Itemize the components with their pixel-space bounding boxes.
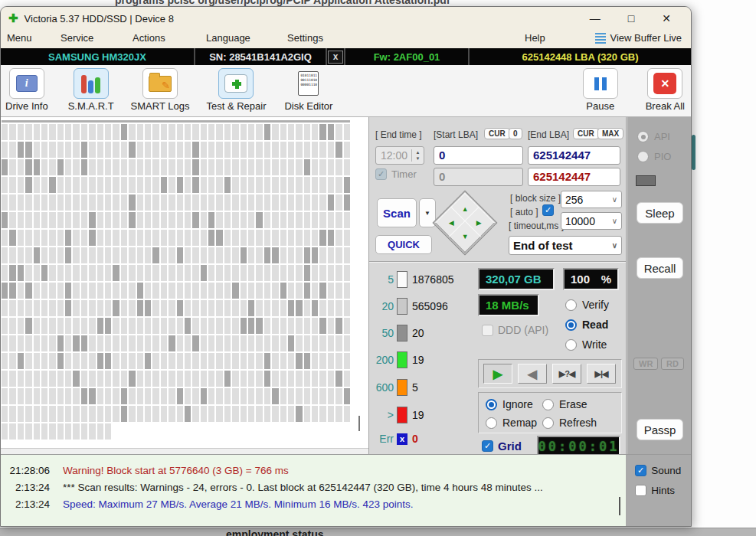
break-all-button[interactable]: ✕ Break All: [646, 68, 685, 112]
device-close-button[interactable]: x: [328, 51, 343, 64]
log-row-results: 2:13:24 *** Scan results: Warnings - 24,…: [1, 479, 626, 495]
sleep-button[interactable]: Sleep: [637, 202, 683, 224]
scan-map-cell: [319, 142, 326, 158]
scan-map-cell: [129, 406, 135, 422]
scan-map-cell: [335, 353, 342, 369]
scan-map-hscroll-track[interactable]: [1, 448, 368, 454]
scan-map-cell: [272, 212, 278, 228]
block-size-select[interactable]: 256 ∨: [561, 191, 622, 208]
disk-editor-button[interactable]: 010110110011101000001110 Disk Editor: [284, 68, 332, 112]
scan-map-cell: [49, 283, 55, 299]
wr-button[interactable]: WR: [633, 358, 658, 370]
scan-map-cell: [169, 194, 175, 211]
scan-button[interactable]: Scan: [377, 198, 417, 227]
smart-logs-button[interactable]: ✎ SMART Logs: [131, 68, 190, 112]
end-lba-label: [End LBA]: [528, 129, 569, 140]
grid-checkbox[interactable]: ✓: [482, 440, 493, 452]
scan-map-cell: [105, 159, 111, 175]
timer-checkbox-row[interactable]: ✓ Timer: [375, 168, 417, 180]
scan-map-cell: [335, 406, 342, 422]
log-scrollbar[interactable]: [619, 497, 620, 515]
hints-checkbox-row[interactable]: Hints: [635, 485, 691, 496]
end-lba-input[interactable]: 625142447: [528, 146, 620, 165]
menu-item-service[interactable]: Service: [61, 32, 93, 44]
quick-button[interactable]: QUICK: [375, 235, 432, 254]
scan-map-cell: [264, 124, 270, 140]
passp-button[interactable]: Passp: [637, 419, 683, 440]
spinner-arrows[interactable]: ▲ ▼: [411, 149, 424, 162]
menu-item-menu[interactable]: Menu: [7, 32, 32, 44]
view-buffer-live-button[interactable]: View Buffer Live: [595, 32, 682, 44]
scan-map-cell: [34, 388, 40, 404]
scan-map-cell: [280, 177, 286, 193]
seek-button[interactable]: ▶?◀: [552, 364, 581, 384]
verify-radio[interactable]: Verify: [565, 299, 609, 311]
auto-checkbox[interactable]: ✓: [542, 204, 554, 216]
scan-map-cell: [113, 353, 119, 369]
sound-checkbox[interactable]: ✓: [635, 465, 646, 476]
rd-button[interactable]: RD: [661, 358, 684, 370]
scan-map-cell: [81, 230, 87, 246]
scan-map-cell: [192, 318, 198, 334]
scan-map-cell: [304, 212, 310, 228]
read-radio[interactable]: Read: [565, 319, 608, 331]
pio-radio[interactable]: PIO: [637, 151, 671, 162]
menu-item-help[interactable]: Help: [525, 32, 545, 44]
scan-map-cell: [304, 247, 310, 263]
edge-button[interactable]: ▶|◀: [587, 364, 616, 384]
close-button[interactable]: ✕: [662, 12, 671, 25]
end-lba-cur-button[interactable]: CUR: [573, 128, 599, 139]
scan-map-cell: [312, 371, 318, 387]
grid-checkbox-row[interactable]: ✓ Grid: [482, 440, 522, 453]
end-time-spinner[interactable]: 12:00 ▲ ▼: [375, 146, 424, 165]
end-time-label: [ End time ]: [375, 129, 422, 140]
log-sidebar: ✓ Sound Hints: [626, 454, 691, 527]
scan-map-cell: [241, 247, 247, 263]
scan-map-cell: [177, 142, 183, 158]
scan-map-cell: [280, 142, 286, 158]
ddd-api-checkbox-row[interactable]: DDD (API): [482, 324, 548, 336]
scan-map-cell: [97, 230, 103, 246]
minimize-button[interactable]: —: [590, 12, 601, 25]
hints-checkbox[interactable]: [635, 485, 646, 496]
menu-item-settings[interactable]: Settings: [287, 32, 323, 44]
api-radio[interactable]: API: [637, 131, 670, 142]
erase-radio[interactable]: Erase: [542, 398, 587, 410]
start-lba-zero-button[interactable]: 0: [509, 128, 522, 139]
start-lba-input[interactable]: 0: [434, 146, 523, 165]
scan-map-cell: [328, 142, 334, 158]
recall-button[interactable]: Recall: [637, 257, 683, 279]
test-repair-button[interactable]: Test & Repair: [206, 68, 266, 112]
ignore-radio[interactable]: Ignore: [486, 398, 533, 410]
scan-map-cell: [201, 353, 207, 369]
drive-info-button[interactable]: i Drive Info: [5, 68, 48, 112]
scan-map-cell: [296, 265, 302, 281]
scan-map-cell: [248, 283, 254, 299]
pause-button[interactable]: Pause: [583, 68, 618, 112]
sound-checkbox-row[interactable]: ✓ Sound: [635, 465, 691, 476]
timer-checkbox[interactable]: ✓: [375, 168, 387, 180]
start-test-button[interactable]: ▶: [483, 364, 512, 384]
maximize-button[interactable]: □: [628, 12, 634, 25]
step-back-button[interactable]: ◀: [518, 364, 547, 384]
scan-map-cell: [9, 300, 15, 316]
background-scrollbar[interactable]: [692, 135, 695, 170]
scan-map-cell: [248, 159, 254, 175]
scan-map-cell: [208, 353, 214, 369]
start-lba-cur-button[interactable]: CUR: [484, 128, 510, 139]
scan-map-cell: [177, 353, 183, 369]
end-lba-max-button[interactable]: MAX: [597, 128, 623, 139]
scan-map-scrollbar[interactable]: [358, 416, 360, 431]
legend-row-200: 200 19: [372, 351, 424, 368]
end-of-test-select[interactable]: End of test ∨: [509, 236, 622, 255]
refresh-radio[interactable]: Refresh: [542, 417, 597, 429]
menu-item-language[interactable]: Language: [206, 32, 250, 44]
ddd-api-checkbox[interactable]: [482, 325, 493, 336]
timeout-select[interactable]: 10000 ∨: [561, 212, 622, 230]
menu-item-actions[interactable]: Actions: [133, 32, 165, 44]
write-radio[interactable]: Write: [565, 338, 607, 351]
remap-radio[interactable]: Remap: [486, 417, 537, 429]
scan-map-cell: [216, 318, 222, 334]
scan-map-cell: [161, 124, 167, 140]
smart-button[interactable]: S.M.A.R.T: [68, 68, 114, 112]
